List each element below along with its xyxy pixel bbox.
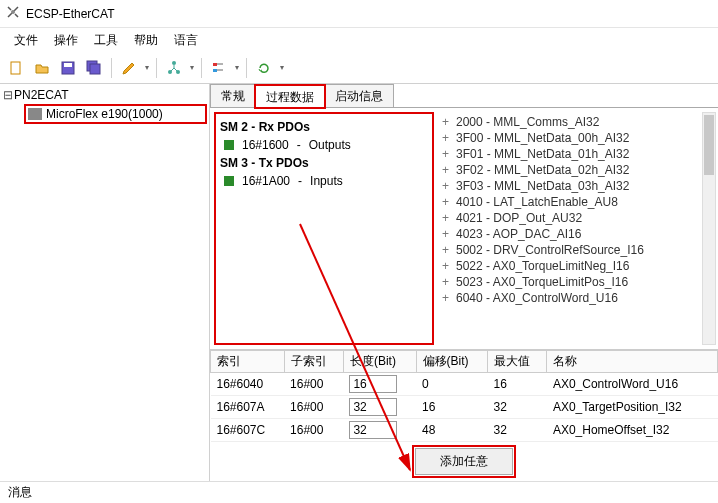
object-label: 3F01 - MML_NetData_01h_AI32: [456, 147, 629, 161]
edit-icon[interactable]: [117, 56, 141, 80]
expand-icon[interactable]: +: [442, 179, 456, 193]
cell-subindex: 16#00: [284, 373, 343, 396]
expand-icon[interactable]: +: [442, 275, 456, 289]
scrollbar-thumb[interactable]: [704, 115, 714, 175]
expand-icon[interactable]: +: [442, 291, 456, 305]
menu-file[interactable]: 文件: [8, 30, 44, 51]
add-task-button[interactable]: 添加任意: [415, 448, 513, 475]
pdo-name: Inputs: [310, 174, 343, 188]
scrollbar[interactable]: [702, 112, 716, 345]
cell-length: [343, 419, 416, 442]
config-icon[interactable]: [207, 56, 231, 80]
tab-general[interactable]: 常规: [210, 84, 256, 107]
expand-icon[interactable]: +: [442, 115, 456, 129]
app-icon: [6, 5, 20, 22]
object-row[interactable]: +6040 - AX0_ControlWord_U16: [440, 290, 716, 306]
expand-icon[interactable]: +: [442, 227, 456, 241]
cell-offset: 48: [416, 419, 487, 442]
save-icon[interactable]: [56, 56, 80, 80]
svg-rect-5: [90, 64, 100, 74]
cell-max: 32: [488, 419, 547, 442]
status-bar: 消息: [0, 481, 718, 503]
col-name[interactable]: 名称: [547, 351, 718, 373]
saveall-icon[interactable]: [82, 56, 106, 80]
table-row[interactable]: 16#607A16#001632AX0_TargetPosition_I32: [211, 396, 718, 419]
object-row[interactable]: +3F01 - MML_NetData_01h_AI32: [440, 146, 716, 162]
object-row[interactable]: +3F03 - MML_NetData_03h_AI32: [440, 178, 716, 194]
tree-child-node[interactable]: MicroFlex e190(1000): [24, 104, 207, 124]
dash: -: [298, 174, 302, 188]
object-row[interactable]: +2000 - MML_Comms_AI32: [440, 114, 716, 130]
menu-lang[interactable]: 语言: [168, 30, 204, 51]
object-row[interactable]: +5002 - DRV_ControlRefSource_I16: [440, 242, 716, 258]
object-row[interactable]: +5023 - AX0_TorqueLimitPos_I16: [440, 274, 716, 290]
pdo-active-icon: [224, 176, 234, 186]
svg-point-0: [11, 10, 15, 14]
length-input[interactable]: [349, 375, 397, 393]
object-row[interactable]: +4010 - LAT_LatchEnable_AU8: [440, 194, 716, 210]
object-row[interactable]: +4021 - DOP_Out_AU32: [440, 210, 716, 226]
col-length[interactable]: 长度(Bit): [343, 351, 416, 373]
cell-name: AX0_ControlWord_U16: [547, 373, 718, 396]
cell-index: 16#6040: [211, 373, 285, 396]
tree-child-label: MicroFlex e190(1000): [46, 107, 163, 121]
dropdown-icon[interactable]: ▾: [188, 63, 196, 72]
col-offset[interactable]: 偏移(Bit): [416, 351, 487, 373]
object-label: 3F00 - MML_NetData_00h_AI32: [456, 131, 629, 145]
tab-startup[interactable]: 启动信息: [324, 84, 394, 107]
expand-icon[interactable]: +: [442, 195, 456, 209]
expand-icon[interactable]: +: [442, 259, 456, 273]
col-max[interactable]: 最大值: [488, 351, 547, 373]
cell-name: AX0_TargetPosition_I32: [547, 396, 718, 419]
object-row[interactable]: +3F00 - MML_NetData_00h_AI32: [440, 130, 716, 146]
menu-action[interactable]: 操作: [48, 30, 84, 51]
pdo-tx-item[interactable]: 16#1A00 - Inputs: [220, 172, 428, 190]
collapse-icon[interactable]: ⊟: [2, 88, 14, 102]
tab-process-data[interactable]: 过程数据: [255, 85, 325, 108]
menu-tools[interactable]: 工具: [88, 30, 124, 51]
open-icon[interactable]: [30, 56, 54, 80]
new-icon[interactable]: [4, 56, 28, 80]
table-row[interactable]: 16#607C16#004832AX0_HomeOffset_I32: [211, 419, 718, 442]
object-row[interactable]: +3F02 - MML_NetData_02h_AI32: [440, 162, 716, 178]
pdo-rx-item[interactable]: 16#1600 - Outputs: [220, 136, 428, 154]
object-label: 5022 - AX0_TorqueLimitNeg_I16: [456, 259, 629, 273]
toolbar-separator: [111, 58, 112, 78]
expand-icon[interactable]: +: [442, 211, 456, 225]
pdo-panel: SM 2 - Rx PDOs 16#1600 - Outputs SM 3 - …: [214, 112, 434, 345]
object-row[interactable]: +4023 - AOP_DAC_AI16: [440, 226, 716, 242]
expand-icon[interactable]: +: [442, 131, 456, 145]
refresh-icon[interactable]: [252, 56, 276, 80]
pdo-index: 16#1600: [242, 138, 289, 152]
object-list[interactable]: +2000 - MML_Comms_AI32+3F00 - MML_NetDat…: [438, 108, 718, 349]
object-label: 4010 - LAT_LatchEnable_AU8: [456, 195, 618, 209]
col-index[interactable]: 索引: [211, 351, 285, 373]
device-icon: [28, 108, 42, 120]
object-label: 6040 - AX0_ControlWord_U16: [456, 291, 618, 305]
cell-offset: 0: [416, 373, 487, 396]
length-input[interactable]: [349, 398, 397, 416]
pdo-index: 16#1A00: [242, 174, 290, 188]
expand-icon[interactable]: +: [442, 243, 456, 257]
menu-help[interactable]: 帮助: [128, 30, 164, 51]
dropdown-icon[interactable]: ▾: [278, 63, 286, 72]
dash: -: [297, 138, 301, 152]
table-row[interactable]: 16#604016#00016AX0_ControlWord_U16: [211, 373, 718, 396]
mapping-table-wrap: 索引 子索引 长度(Bit) 偏移(Bit) 最大值 名称 16#604016#…: [210, 349, 718, 481]
dropdown-icon[interactable]: ▾: [233, 63, 241, 72]
expand-icon[interactable]: +: [442, 163, 456, 177]
window-title: ECSP-EtherCAT: [26, 7, 114, 21]
object-row[interactable]: +5022 - AX0_TorqueLimitNeg_I16: [440, 258, 716, 274]
length-input[interactable]: [349, 421, 397, 439]
cell-subindex: 16#00: [284, 396, 343, 419]
svg-rect-10: [213, 69, 217, 72]
cell-length: [343, 373, 416, 396]
tree-root-label: PN2ECAT: [14, 88, 68, 102]
col-subindex[interactable]: 子索引: [284, 351, 343, 373]
object-label: 3F02 - MML_NetData_02h_AI32: [456, 163, 629, 177]
expand-icon[interactable]: +: [442, 147, 456, 161]
dropdown-icon[interactable]: ▾: [143, 63, 151, 72]
tree-root-node[interactable]: ⊟ PN2ECAT: [2, 88, 207, 102]
network-icon[interactable]: [162, 56, 186, 80]
tab-bar: 常规 过程数据 启动信息: [210, 84, 718, 108]
